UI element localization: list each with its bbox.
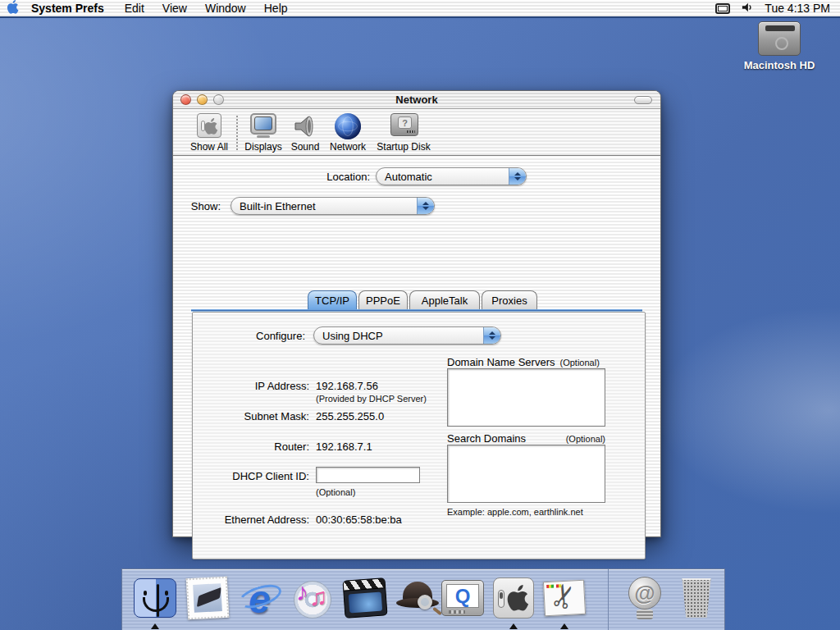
- window-body: Location: Automatic Show: Built-in Ether…: [173, 157, 660, 536]
- configure-value: Using DHCP: [322, 330, 383, 342]
- system-preferences-icon: [493, 578, 534, 619]
- dhcp-client-id-input[interactable]: [316, 467, 420, 483]
- minimize-button[interactable]: [197, 94, 208, 105]
- dns-label: Domain Name Servers: [447, 356, 555, 368]
- disk-icon: ?: [390, 113, 418, 136]
- ip-address-label: IP Address:: [193, 380, 309, 392]
- toolbar-separator: [236, 116, 238, 150]
- menu-edit[interactable]: Edit: [116, 2, 153, 15]
- tab-proxies[interactable]: Proxies: [482, 290, 537, 309]
- dock-item-url-shortcut[interactable]: @: [622, 575, 668, 621]
- quicktime-icon: Q: [441, 580, 484, 616]
- running-indicator: [151, 623, 159, 629]
- toolbar-label: Startup Disk: [372, 141, 436, 153]
- popup-arrows-icon: [417, 198, 434, 214]
- ethernet-address-label: Ethernet Address:: [193, 514, 309, 526]
- volume-menu-icon[interactable]: [742, 2, 753, 16]
- tab-label: PPPoE: [366, 294, 400, 307]
- running-indicator: [509, 623, 518, 629]
- running-indicator: [560, 623, 568, 629]
- dns-servers-input[interactable]: [447, 368, 605, 427]
- menu-clock[interactable]: Tue 4:13 PM: [765, 2, 830, 15]
- toolbar-show-all[interactable]: Show All: [183, 113, 235, 153]
- ip-address-value: 192.168.7.56: [316, 380, 378, 392]
- show-all-icon: [197, 113, 221, 138]
- search-domains-example: Example: apple.com, earthlink.net: [447, 507, 583, 517]
- dock-item-quicktime[interactable]: Q: [440, 575, 486, 621]
- apple-logo-icon: [7, 0, 19, 16]
- toolbar-toggle-button[interactable]: [634, 96, 652, 104]
- router-value: 192.168.7.1: [316, 441, 372, 453]
- popup-arrows-icon: [509, 168, 526, 185]
- globe-icon: [335, 113, 361, 139]
- configure-label: Configure:: [223, 330, 305, 342]
- search-domains-input[interactable]: [447, 445, 605, 503]
- dock-item-imovie[interactable]: [342, 575, 388, 621]
- toolbar-sound[interactable]: Sound: [286, 113, 324, 153]
- subnet-mask-value: 255.255.255.0: [316, 410, 384, 422]
- toolbar-displays[interactable]: Displays: [239, 113, 288, 153]
- dns-optional-note: (Optional): [560, 358, 600, 368]
- network-preferences-window: Network Show All: [172, 90, 661, 537]
- location-label: Location:: [288, 171, 370, 183]
- dock-item-trash[interactable]: [673, 575, 719, 621]
- sherlock-icon: [395, 575, 441, 621]
- dock-item-internet-explorer[interactable]: e: [237, 575, 283, 621]
- apple-menu[interactable]: [0, 0, 25, 16]
- dock-item-grab[interactable]: ✂: [541, 575, 587, 621]
- tab-pppoe[interactable]: PPPoE: [358, 290, 408, 309]
- url-shortcut-icon: @: [622, 575, 668, 621]
- dock-item-sherlock[interactable]: [395, 575, 441, 621]
- window-title: Network: [173, 94, 660, 106]
- location-popup[interactable]: Automatic: [376, 167, 527, 185]
- zoom-button[interactable]: [213, 94, 224, 105]
- internet-explorer-icon: e: [237, 575, 283, 621]
- display-icon: [250, 113, 276, 135]
- dock: e ♪♫ Q: [121, 568, 725, 630]
- dhcp-client-id-label: DHCP Client ID:: [193, 470, 309, 482]
- menu-view[interactable]: View: [153, 2, 196, 15]
- show-label: Show:: [173, 200, 221, 212]
- tcpip-panel: Configure: Using DHCP Domain Name Server…: [192, 312, 646, 559]
- router-label: Router:: [193, 441, 309, 453]
- desktop: System Prefs Edit View Window Help Tue 4…: [0, 0, 840, 630]
- speaker-icon: [292, 113, 318, 139]
- dock-item-mail[interactable]: [185, 575, 231, 621]
- toolbar-label: Show All: [183, 141, 235, 153]
- location-value: Automatic: [385, 171, 432, 183]
- toolbar-startup-disk[interactable]: ? Startup Disk: [372, 113, 436, 153]
- configure-popup[interactable]: Using DHCP: [313, 326, 501, 345]
- toolbar-label: Sound: [286, 141, 324, 153]
- active-app-menu[interactable]: System Prefs: [25, 2, 116, 15]
- dock-item-itunes[interactable]: ♪♫: [290, 575, 336, 621]
- displays-menu-icon[interactable]: [715, 3, 730, 14]
- tab-label: AppleTalk: [422, 294, 468, 307]
- tab-appletalk[interactable]: AppleTalk: [409, 290, 480, 309]
- desktop-icon-macintosh-hd[interactable]: Macintosh HD: [742, 21, 816, 71]
- grab-icon: ✂: [543, 580, 586, 617]
- dock-item-finder[interactable]: [132, 575, 178, 621]
- toolbar-label: Network: [324, 141, 372, 153]
- trash-icon: [680, 578, 713, 618]
- imovie-icon: [342, 578, 387, 619]
- itunes-icon: ♪♫: [290, 575, 336, 621]
- toolbar-label: Displays: [239, 141, 288, 153]
- finder-icon: [134, 578, 176, 618]
- show-value: Built-in Ethernet: [240, 200, 316, 212]
- window-titlebar[interactable]: Network: [173, 91, 660, 109]
- hd-label: Macintosh HD: [742, 59, 816, 71]
- search-domains-label: Search Domains: [447, 432, 526, 445]
- toolbar-network[interactable]: Network: [324, 113, 372, 153]
- menu-bar: System Prefs Edit View Window Help Tue 4…: [0, 0, 840, 18]
- menu-help[interactable]: Help: [255, 2, 297, 15]
- menu-window[interactable]: Window: [196, 2, 255, 15]
- dock-separator: [608, 569, 609, 630]
- dock-item-system-preferences[interactable]: [491, 575, 536, 621]
- dhcp-optional-note: (Optional): [316, 487, 355, 497]
- mail-icon: [186, 577, 230, 620]
- show-popup[interactable]: Built-in Ethernet: [231, 197, 435, 215]
- close-button[interactable]: [180, 94, 191, 105]
- search-domains-optional-note: (Optional): [566, 434, 605, 444]
- tab-tcpip[interactable]: TCP/IP: [308, 290, 357, 309]
- ethernet-address-value: 00:30:65:58:be:ba: [316, 514, 402, 526]
